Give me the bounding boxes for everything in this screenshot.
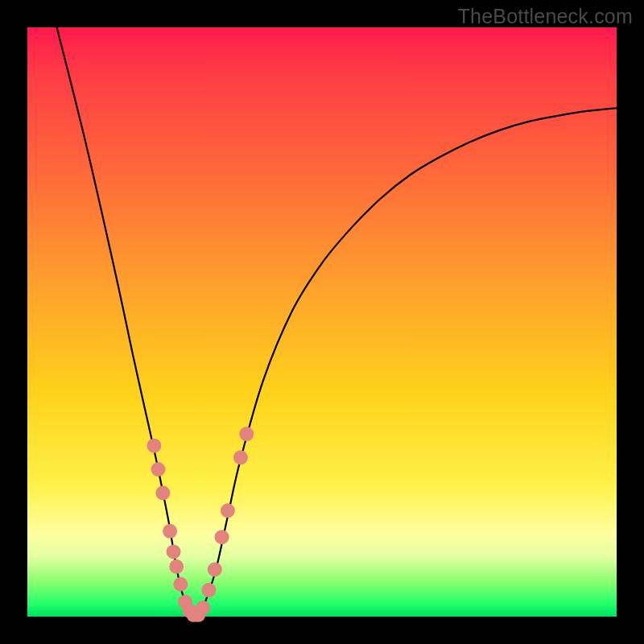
chart-frame: TheBottleneck.com <box>0 0 644 644</box>
data-marker <box>147 439 161 453</box>
data-marker <box>221 503 235 518</box>
curve-layer <box>57 27 617 618</box>
data-marker <box>215 530 229 544</box>
bottleneck-curve <box>57 27 617 618</box>
chart-svg <box>0 0 644 644</box>
marker-layer <box>147 427 254 622</box>
data-marker <box>163 524 177 539</box>
data-marker <box>208 562 222 576</box>
data-marker <box>233 450 248 464</box>
data-marker <box>151 462 166 477</box>
data-marker <box>239 427 254 441</box>
data-marker <box>167 544 181 559</box>
data-marker <box>196 601 210 615</box>
data-marker <box>201 583 216 597</box>
data-marker <box>169 559 184 574</box>
data-marker <box>173 577 188 592</box>
watermark-text: TheBottleneck.com <box>458 5 633 28</box>
data-marker <box>155 485 170 500</box>
